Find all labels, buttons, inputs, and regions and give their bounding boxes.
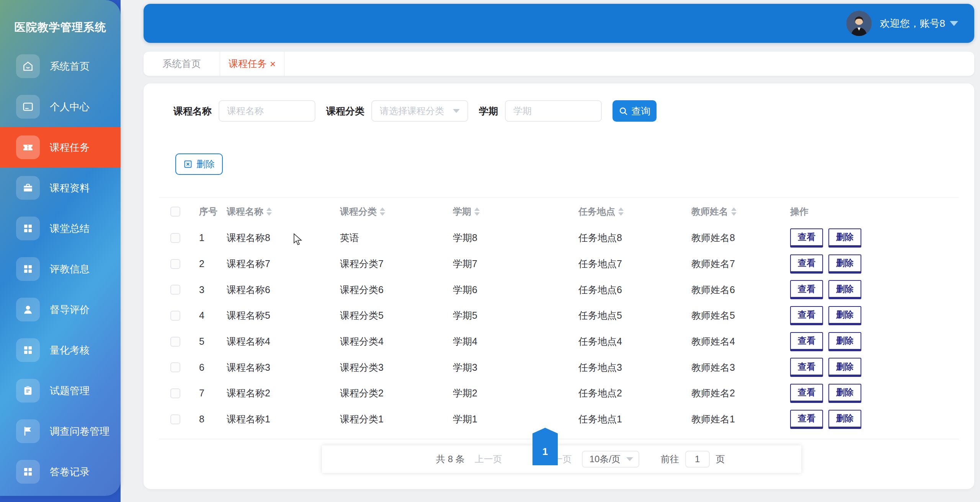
sidebar-item-9[interactable]: 试题管理 <box>0 370 121 411</box>
row-checkbox[interactable] <box>170 362 180 372</box>
row-checkbox[interactable] <box>170 414 180 424</box>
row-actions: 查看删除 <box>790 280 953 299</box>
table-cell: 课程名称2 <box>227 387 340 399</box>
home-icon <box>16 54 40 78</box>
row-checkbox[interactable] <box>170 337 180 347</box>
course-category-select[interactable]: 请选择课程分类 <box>371 100 468 122</box>
chevron-down-icon <box>626 457 633 461</box>
row-checkbox[interactable] <box>170 233 180 243</box>
view-button[interactable]: 查看 <box>790 306 823 325</box>
goto-page-input[interactable] <box>685 451 710 468</box>
column-header[interactable]: 课程名称 <box>227 205 340 218</box>
tab-2[interactable]: 课程任务× <box>220 52 284 76</box>
table-cell: 6 <box>199 362 227 373</box>
prev-page-button[interactable]: 上一页 <box>475 453 502 465</box>
delete-button[interactable]: 删除 <box>828 410 861 429</box>
sort-caret-icon[interactable] <box>474 207 480 216</box>
table-cell: 教师姓名4 <box>691 335 790 348</box>
view-button[interactable]: 查看 <box>790 280 823 299</box>
app-title: 医院教学管理系统 <box>0 0 121 35</box>
row-checkbox[interactable] <box>170 285 180 295</box>
table-cell: 课程名称5 <box>227 309 340 322</box>
pagination-inner: 共 8 条 上一页 1 下一页 10条/页 前往 页 <box>436 451 725 468</box>
table-row: 8课程名称1课程分类1学期1任务地点1教师姓名1查看删除 <box>170 406 953 432</box>
view-button[interactable]: 查看 <box>790 254 823 274</box>
sort-caret-icon[interactable] <box>266 207 272 216</box>
delete-button[interactable]: 删除 <box>828 228 861 248</box>
welcome-text[interactable]: 欢迎您，账号8 <box>880 17 945 30</box>
sidebar-item-11[interactable]: 答卷记录 <box>0 451 121 492</box>
sidebar-item-8[interactable]: 量化考核 <box>0 330 121 370</box>
chevron-down-icon[interactable] <box>950 21 958 26</box>
sidebar-item-label: 试题管理 <box>50 384 90 398</box>
tab-label: 课程任务 <box>229 57 267 70</box>
table-cell: 课程名称7 <box>227 258 340 270</box>
current-page-button[interactable]: 1 <box>532 428 558 465</box>
sidebar-item-6[interactable]: 评教信息 <box>0 249 121 289</box>
column-header[interactable]: 教师姓名 <box>691 205 790 218</box>
row-checkbox[interactable] <box>170 388 180 398</box>
column-header-label: 操作 <box>790 205 808 218</box>
table-cell: 教师姓名2 <box>691 387 790 399</box>
avatar[interactable] <box>846 11 872 36</box>
sidebar-item-3[interactable]: 课程任务 <box>0 127 121 168</box>
column-header[interactable]: 学期 <box>453 205 578 218</box>
user-icon <box>16 298 40 321</box>
sort-caret-icon[interactable] <box>618 207 624 216</box>
sidebar-item-4[interactable]: 课程资料 <box>0 168 121 208</box>
query-button[interactable]: 查询 <box>612 100 657 122</box>
delete-button[interactable]: 删除 <box>828 254 861 274</box>
view-button[interactable]: 查看 <box>790 358 823 377</box>
view-button[interactable]: 查看 <box>790 410 823 429</box>
table-cell: 1 <box>199 232 227 243</box>
sort-caret-icon[interactable] <box>731 207 737 216</box>
delete-button[interactable]: 删除 <box>828 358 861 377</box>
row-actions: 查看删除 <box>790 228 953 248</box>
filter-term-label: 学期 <box>479 105 498 117</box>
table-cell: 任务地点1 <box>578 413 691 425</box>
table-row: 7课程名称2课程分类2学期2任务地点2教师姓名2查看删除 <box>170 380 953 406</box>
course-name-input[interactable] <box>219 100 315 122</box>
table-cell: 课程分类4 <box>340 335 453 348</box>
top-header-bar: 欢迎您，账号8 <box>144 4 974 43</box>
table-cell: 学期5 <box>453 309 578 322</box>
table-cell: 学期8 <box>453 231 578 244</box>
ticket-icon <box>16 135 40 159</box>
view-button[interactable]: 查看 <box>790 384 823 403</box>
delete-button[interactable]: 删除 <box>828 384 861 403</box>
row-checkbox[interactable] <box>170 259 180 269</box>
sort-caret-icon[interactable] <box>380 207 385 216</box>
sidebar-item-5[interactable]: 课堂总结 <box>0 208 121 249</box>
sidebar-item-label: 课程任务 <box>50 141 90 154</box>
sidebar-item-label: 量化考核 <box>50 344 90 357</box>
select-all-checkbox[interactable] <box>170 207 180 217</box>
sidebar-item-2[interactable]: 个人中心 <box>0 86 121 127</box>
view-button[interactable]: 查看 <box>790 228 823 248</box>
close-icon[interactable]: × <box>270 59 276 69</box>
column-header-label: 教师姓名 <box>691 205 728 218</box>
goto-suffix-label: 页 <box>716 453 725 465</box>
table-row: 4课程名称5课程分类5学期5任务地点5教师姓名5查看删除 <box>170 303 953 329</box>
table-row: 2课程名称7课程分类7学期7任务地点7教师姓名7查看删除 <box>170 251 953 277</box>
batch-delete-button[interactable]: 删除 <box>175 153 223 175</box>
sidebar-item-10[interactable]: 调查问卷管理 <box>0 411 121 451</box>
view-button[interactable]: 查看 <box>790 332 823 351</box>
page-size-select[interactable]: 10条/页 <box>582 451 639 468</box>
table-cell: 学期3 <box>453 361 578 374</box>
delete-button[interactable]: 删除 <box>828 332 861 351</box>
tab-1[interactable]: 系统首页 <box>144 52 220 76</box>
table-cell: 教师姓名6 <box>691 284 790 296</box>
sidebar-item-7[interactable]: 督导评价 <box>0 289 121 330</box>
table-cell: 课程名称3 <box>227 361 340 374</box>
table-cell: 8 <box>199 414 227 425</box>
delete-button[interactable]: 删除 <box>828 306 861 325</box>
sidebar-item-label: 系统首页 <box>50 60 90 73</box>
row-checkbox[interactable] <box>170 311 180 321</box>
table-bottom-border <box>159 439 959 439</box>
column-header: 操作 <box>790 205 953 218</box>
column-header[interactable]: 课程分类 <box>340 205 453 218</box>
sidebar-item-1[interactable]: 系统首页 <box>0 46 121 86</box>
column-header[interactable]: 任务地点 <box>578 205 691 218</box>
term-input[interactable] <box>505 100 602 122</box>
delete-button[interactable]: 删除 <box>828 280 861 299</box>
